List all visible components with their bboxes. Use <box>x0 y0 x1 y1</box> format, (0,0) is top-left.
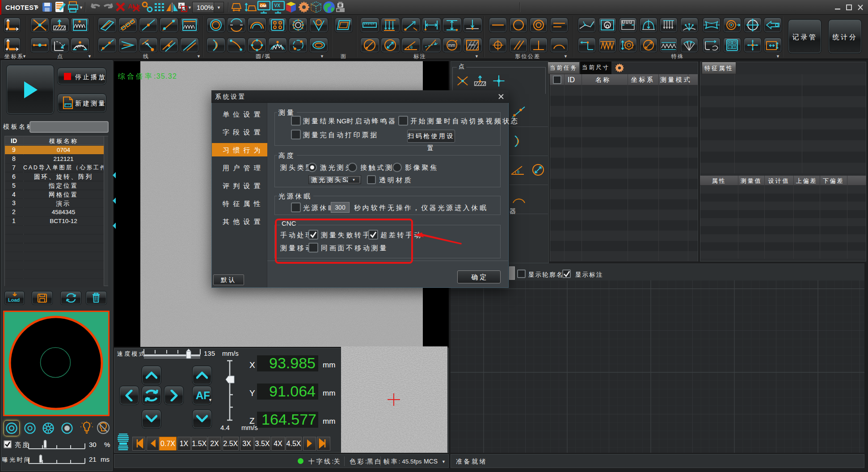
svg-text:VX: VX <box>274 3 281 8</box>
svg-text:▼: ▼ <box>188 5 192 10</box>
svg-text:OM: OM <box>260 4 267 8</box>
svg-text:A: A <box>182 7 185 12</box>
svg-text:▼: ▼ <box>79 5 83 10</box>
